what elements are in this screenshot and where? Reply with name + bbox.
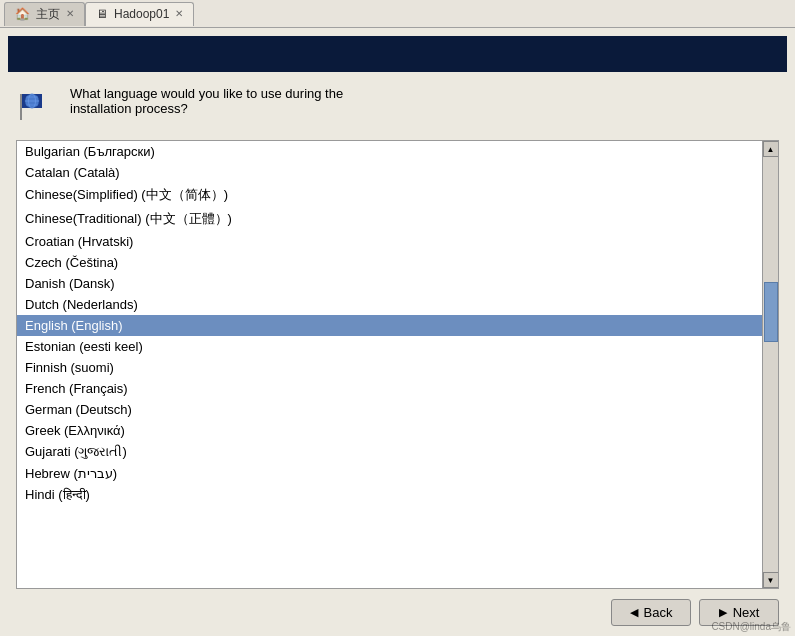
scrollbar-down-btn[interactable]: ▼	[763, 572, 779, 588]
language-item[interactable]: French (Français)	[17, 378, 762, 399]
language-item[interactable]: Hindi (हिन्दी)	[17, 484, 762, 506]
header-bar	[8, 36, 787, 72]
back-label: Back	[644, 605, 673, 620]
language-item[interactable]: German (Deutsch)	[17, 399, 762, 420]
language-item[interactable]: Dutch (Nederlands)	[17, 294, 762, 315]
language-item[interactable]: Greek (Ελληνικά)	[17, 420, 762, 441]
language-item[interactable]: Czech (Čeština)	[17, 252, 762, 273]
scrollbar-thumb[interactable]	[764, 282, 778, 342]
watermark: CSDN@linda乌鲁	[711, 620, 791, 634]
button-bar: ◀ Back ▶ Next	[0, 589, 795, 636]
scrollbar-up-btn[interactable]: ▲	[763, 141, 779, 157]
language-item[interactable]: Danish (Dansk)	[17, 273, 762, 294]
scrollbar-thumb-area[interactable]	[763, 157, 778, 572]
language-item[interactable]: Catalan (Català)	[17, 162, 762, 183]
language-item[interactable]: Finnish (suomi)	[17, 357, 762, 378]
next-label: Next	[733, 605, 760, 620]
language-list[interactable]: Bulgarian (Български)Catalan (Català)Chi…	[17, 141, 762, 588]
language-item[interactable]: Chinese(Simplified) (中文（简体）)	[17, 183, 762, 207]
question-text: What language would you like to use duri…	[70, 86, 343, 116]
main-content: What language would you like to use duri…	[0, 28, 795, 636]
svg-rect-0	[20, 94, 22, 120]
next-icon: ▶	[719, 606, 727, 619]
tab-home-close[interactable]: ✕	[66, 9, 74, 19]
globe-icon	[16, 86, 58, 128]
tab-home-label: 主页	[36, 6, 60, 23]
language-list-container: Bulgarian (Български)Catalan (Català)Chi…	[16, 140, 779, 589]
tab-hadoop01-label: Hadoop01	[114, 7, 169, 21]
language-item[interactable]: English (English)	[17, 315, 762, 336]
home-icon: 🏠	[15, 7, 30, 21]
back-button[interactable]: ◀ Back	[611, 599, 691, 626]
tab-hadoop01[interactable]: 🖥 Hadoop01 ✕	[85, 2, 194, 26]
language-item[interactable]: Bulgarian (Български)	[17, 141, 762, 162]
language-item[interactable]: Croatian (Hrvatski)	[17, 231, 762, 252]
language-item[interactable]: Hebrew (עברית)	[17, 463, 762, 484]
tab-hadoop01-close[interactable]: ✕	[175, 9, 183, 19]
tab-home[interactable]: 🏠 主页 ✕	[4, 2, 85, 26]
language-item[interactable]: Estonian (eesti keel)	[17, 336, 762, 357]
language-item[interactable]: Gujarati (ગુજરાતી)	[17, 441, 762, 463]
language-item[interactable]: Chinese(Traditional) (中文（正體）)	[17, 207, 762, 231]
hadoop-icon: 🖥	[96, 7, 108, 21]
tab-bar: 🏠 主页 ✕ 🖥 Hadoop01 ✕	[0, 0, 795, 28]
scrollbar-track[interactable]: ▲ ▼	[762, 141, 778, 588]
question-section: What language would you like to use duri…	[0, 72, 795, 140]
back-icon: ◀	[630, 606, 638, 619]
